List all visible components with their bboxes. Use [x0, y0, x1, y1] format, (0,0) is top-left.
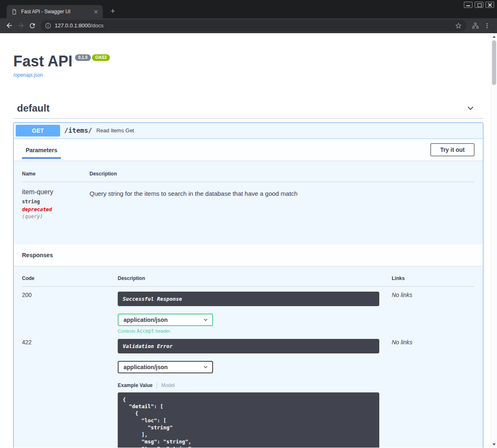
- response-description-cell: Successful Response application/json Con…: [118, 292, 392, 334]
- example-model-tabs: Example Value Model: [118, 382, 392, 388]
- browser-menu-button[interactable]: [481, 20, 493, 32]
- tab-model[interactable]: Model: [157, 382, 175, 388]
- sitemap-icon: [472, 22, 479, 29]
- forward-button[interactable]: [15, 20, 27, 32]
- three-dots-menu-icon: [484, 22, 490, 29]
- new-tab-button[interactable]: +: [108, 6, 118, 16]
- sitemap-button[interactable]: [470, 20, 481, 32]
- scrollbar-down-arrow[interactable]: [491, 441, 497, 448]
- window-close-button[interactable]: [485, 2, 494, 8]
- api-title: Fast API0.1.0OAS3: [13, 53, 483, 70]
- window-minimize-button[interactable]: [464, 2, 473, 8]
- parameter-row: item-query string deprecated (query) Que…: [22, 182, 475, 219]
- response-message-box: Validation Error: [118, 339, 379, 353]
- tab-example-value[interactable]: Example Value: [118, 382, 157, 388]
- browser-toolbar: 127.0.0.1:8000/docs: [0, 18, 497, 33]
- address-bar[interactable]: 127.0.0.1:8000/docs: [41, 20, 466, 32]
- media-type-select[interactable]: application/json: [118, 361, 213, 373]
- tab-title: Fast API - Swagger UI: [21, 9, 92, 15]
- scrollbar-up-arrow[interactable]: [491, 33, 497, 40]
- parameter-description: Query string for the items to search in …: [90, 188, 475, 219]
- try-it-out-button[interactable]: Try it out: [430, 143, 475, 156]
- bookmark-star-icon[interactable]: [455, 22, 462, 29]
- browser-titlebar: Fast API - Swagger UI +: [0, 0, 497, 18]
- parameters-table: Name Description item-query string depre…: [14, 161, 483, 244]
- responses-table: Code Description Links 200 Successful Re…: [14, 266, 483, 448]
- version-badge: 0.1.0: [75, 54, 91, 61]
- hint-suffix: header.: [154, 329, 172, 334]
- scrollbar-thumb[interactable]: [492, 40, 496, 85]
- url-text: 127.0.0.1:8000/docs: [55, 22, 104, 29]
- response-code: 422: [22, 339, 118, 448]
- hint-accept-code: Accept: [137, 328, 154, 334]
- response-description-cell: Validation Error application/json Exampl…: [118, 339, 392, 448]
- chevron-down-icon[interactable]: [466, 104, 475, 113]
- response-code: 200: [22, 292, 118, 334]
- parameter-name: item-query: [22, 188, 90, 196]
- response-links: No links: [392, 339, 475, 448]
- response-row-200: 200 Successful Response application/json…: [22, 287, 475, 334]
- responses-title: Responses: [22, 252, 53, 258]
- url-host: 127.0.0.1:8000: [55, 22, 91, 29]
- col-name-header: Name: [22, 171, 90, 177]
- vertical-scrollbar[interactable]: [491, 33, 497, 448]
- page-viewport: Fast API0.1.0OAS3 /openapi.json default …: [0, 33, 497, 448]
- page-favicon-icon: [11, 9, 17, 15]
- swagger-ui: Fast API0.1.0OAS3 /openapi.json default …: [0, 33, 497, 448]
- reload-icon: [29, 22, 36, 29]
- http-method-badge: GET: [16, 125, 60, 136]
- forward-arrow-icon: [17, 22, 25, 29]
- response-message-box: Successful Response: [118, 292, 379, 306]
- api-title-text: Fast API: [13, 53, 73, 70]
- responses-section-header: Responses: [14, 244, 483, 266]
- accept-header-hint: Controls Accept header.: [118, 328, 392, 334]
- operation-summary-text: Read Items Get: [96, 127, 134, 134]
- select-chevron-icon: [203, 317, 208, 323]
- parameter-location: (query): [22, 214, 90, 219]
- oas-badge: OAS3: [92, 54, 110, 61]
- browser-tab[interactable]: Fast API - Swagger UI: [7, 5, 103, 18]
- window-maximize-button[interactable]: [475, 2, 483, 8]
- parameters-section-header: Parameters Try it out: [14, 139, 483, 161]
- tag-section-header[interactable]: default: [13, 98, 483, 119]
- parameter-type: string: [22, 199, 90, 205]
- col-code-header: Code: [22, 275, 118, 281]
- responses-table-head: Code Description Links: [22, 275, 475, 287]
- media-type-select[interactable]: application/json: [118, 314, 213, 326]
- site-info-icon[interactable]: [45, 22, 51, 29]
- parameter-deprecated-flag: deprecated: [22, 207, 90, 212]
- response-links: No links: [392, 292, 475, 334]
- back-arrow-icon: [5, 22, 13, 29]
- col-resp-description-header: Description: [118, 275, 392, 281]
- tag-name: default: [17, 102, 50, 114]
- tab-close-icon[interactable]: [92, 8, 99, 15]
- openapi-spec-link[interactable]: /openapi.json: [13, 72, 43, 78]
- col-description-header: Description: [90, 171, 475, 177]
- hint-prefix: Controls: [118, 329, 137, 334]
- media-type-value: application/json: [124, 317, 168, 323]
- reload-button[interactable]: [27, 20, 38, 32]
- operation-summary[interactable]: GET /items/ Read Items Get: [14, 123, 483, 139]
- opblock-get-items: GET /items/ Read Items Get Parameters Tr…: [13, 122, 483, 448]
- back-button[interactable]: [3, 20, 15, 32]
- api-info: Fast API0.1.0OAS3 /openapi.json: [13, 53, 483, 78]
- select-chevron-icon: [203, 364, 208, 370]
- col-links-header: Links: [392, 275, 475, 281]
- response-row-422: 422 Validation Error application/json Ex…: [22, 334, 475, 448]
- url-path: /docs: [91, 22, 104, 29]
- tab-parameters[interactable]: Parameters: [22, 141, 61, 159]
- parameters-table-head: Name Description: [22, 171, 475, 182]
- media-type-value: application/json: [124, 364, 168, 370]
- window-controls: [462, 2, 494, 8]
- parameter-meta: item-query string deprecated (query): [22, 188, 90, 219]
- operation-path: /items/: [64, 127, 92, 134]
- example-json-code-block: { "detail": [ { "loc": [ "string" ], "ms…: [118, 392, 379, 448]
